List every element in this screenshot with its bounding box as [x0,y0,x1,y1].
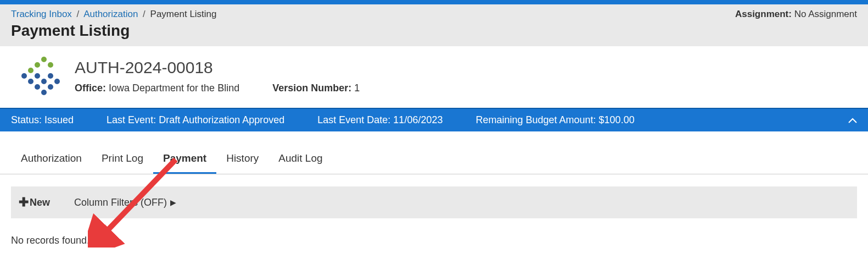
svg-point-1 [48,62,53,68]
version-label: Version Number: [272,82,351,94]
svg-point-4 [21,73,27,79]
remaining-budget-text: Remaining Budget Amount: $100.00 [475,114,634,126]
top-accent-bar [0,0,868,4]
auth-header: AUTH-2024-00018 Office: Iowa Department … [0,46,868,108]
assignment: Assignment: No Assignment [735,9,857,20]
svg-point-9 [41,90,47,95]
svg-point-12 [48,73,53,79]
status-text: Status: Issued [11,114,74,126]
svg-point-6 [35,73,40,79]
breadcrumb-sep: / [143,9,145,19]
svg-point-3 [28,68,33,73]
tab-audit-log[interactable]: Audit Log [268,147,332,174]
office-value: Iowa Department for the Blind [109,82,239,94]
page-title-row: Payment Listing [0,20,868,46]
column-filters-label: Column Filters (OFF) [74,197,167,208]
assignment-label: Assignment: [735,9,792,19]
tabs: Authorization Print Log Payment History … [0,147,868,174]
breadcrumb-current: Payment Listing [150,9,217,19]
svg-point-5 [28,79,33,84]
svg-point-11 [54,79,60,84]
auth-info: AUTH-2024-00018 Office: Iowa Department … [75,58,360,94]
new-label: New [30,197,50,208]
auth-id: AUTH-2024-00018 [75,58,360,77]
breadcrumb-link-tracking-inbox[interactable]: Tracking Inbox [11,9,72,19]
tab-print-log[interactable]: Print Log [92,147,153,174]
office-label: Office: [75,82,106,94]
svg-point-10 [48,84,53,90]
plus-icon: ✚ [19,195,29,210]
status-bar[interactable]: Status: Issued Last Event: Draft Authori… [0,108,868,131]
breadcrumb: Tracking Inbox / Authorization / Payment… [11,9,217,20]
column-filters-toggle[interactable]: Column Filters (OFF) ▶ [74,197,176,208]
auth-meta: Office: Iowa Department for the Blind Ve… [75,82,360,94]
last-event-date-text: Last Event Date: 11/06/2023 [317,114,443,126]
chevron-up-icon[interactable] [848,114,857,126]
svg-point-2 [35,62,40,68]
page-title: Payment Listing [11,22,857,40]
svg-point-7 [41,79,47,84]
version-value: 1 [354,82,360,94]
new-button[interactable]: ✚ New [19,195,50,210]
assignment-value: No Assignment [794,9,857,19]
last-event-text: Last Event: Draft Authorization Approved [107,114,284,126]
no-records-message: No records found. [0,218,868,252]
tab-history[interactable]: History [216,147,268,174]
breadcrumb-sep: / [77,9,80,19]
svg-point-8 [35,84,40,90]
breadcrumb-link-authorization[interactable]: Authorization [83,9,138,19]
breadcrumb-row: Tracking Inbox / Authorization / Payment… [0,4,868,20]
caret-right-icon: ▶ [170,198,176,207]
toolbar: ✚ New Column Filters (OFF) ▶ [11,186,857,218]
tab-authorization[interactable]: Authorization [11,147,92,174]
app-logo [11,54,60,98]
svg-point-0 [41,57,47,62]
tab-payment[interactable]: Payment [153,147,216,174]
